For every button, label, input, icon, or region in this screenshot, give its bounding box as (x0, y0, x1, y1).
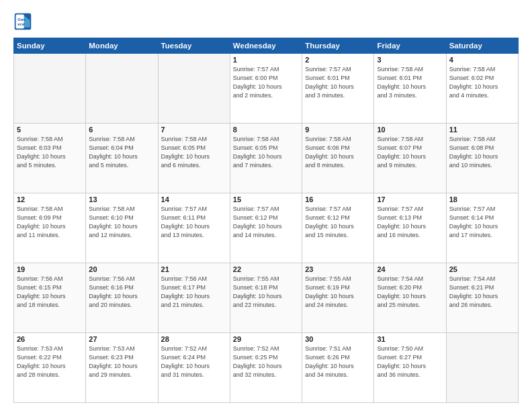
week-row-3: 12Sunrise: 7:58 AM Sunset: 6:09 PM Dayli… (14, 193, 519, 263)
day-cell: 27Sunrise: 7:53 AM Sunset: 6:23 PM Dayli… (86, 333, 158, 403)
day-number: 4 (449, 56, 515, 64)
week-row-4: 19Sunrise: 7:56 AM Sunset: 6:15 PM Dayli… (14, 263, 519, 333)
day-number: 21 (161, 265, 227, 273)
day-info: Sunrise: 7:53 AM Sunset: 6:22 PM Dayligh… (17, 345, 83, 379)
svg-text:eral: eral (17, 21, 25, 26)
weekday-tuesday: Tuesday (158, 38, 230, 54)
day-cell: 30Sunrise: 7:51 AM Sunset: 6:26 PM Dayli… (302, 333, 374, 403)
logo-icon: Gen eral (13, 12, 32, 31)
day-number: 24 (377, 265, 443, 273)
header: Gen eral (13, 12, 519, 31)
day-number: 1 (233, 56, 299, 64)
day-info: Sunrise: 7:57 AM Sunset: 6:12 PM Dayligh… (305, 205, 371, 240)
day-cell: 4Sunrise: 7:58 AM Sunset: 6:02 PM Daylig… (446, 54, 518, 124)
week-row-1: 1Sunrise: 7:57 AM Sunset: 6:00 PM Daylig… (14, 54, 519, 124)
day-info: Sunrise: 7:53 AM Sunset: 6:23 PM Dayligh… (89, 345, 154, 379)
day-cell: 18Sunrise: 7:57 AM Sunset: 6:14 PM Dayli… (446, 193, 518, 263)
day-number: 20 (89, 265, 154, 273)
day-cell: 13Sunrise: 7:58 AM Sunset: 6:10 PM Dayli… (86, 193, 158, 263)
day-cell: 28Sunrise: 7:52 AM Sunset: 6:24 PM Dayli… (158, 333, 230, 403)
day-cell: 20Sunrise: 7:56 AM Sunset: 6:16 PM Dayli… (86, 263, 158, 333)
day-info: Sunrise: 7:58 AM Sunset: 6:04 PM Dayligh… (89, 135, 154, 170)
day-number: 13 (89, 195, 154, 203)
weekday-monday: Monday (86, 38, 158, 54)
day-number: 27 (89, 335, 154, 343)
day-info: Sunrise: 7:50 AM Sunset: 6:27 PM Dayligh… (377, 345, 443, 379)
day-cell: 8Sunrise: 7:58 AM Sunset: 6:05 PM Daylig… (230, 124, 302, 193)
week-row-5: 26Sunrise: 7:53 AM Sunset: 6:22 PM Dayli… (14, 333, 519, 403)
day-info: Sunrise: 7:58 AM Sunset: 6:02 PM Dayligh… (449, 65, 515, 100)
day-cell: 16Sunrise: 7:57 AM Sunset: 6:12 PM Dayli… (302, 193, 374, 263)
day-info: Sunrise: 7:54 AM Sunset: 6:20 PM Dayligh… (377, 275, 443, 310)
day-info: Sunrise: 7:58 AM Sunset: 6:07 PM Dayligh… (377, 135, 443, 170)
day-cell: 25Sunrise: 7:54 AM Sunset: 6:21 PM Dayli… (446, 263, 518, 333)
day-info: Sunrise: 7:56 AM Sunset: 6:17 PM Dayligh… (161, 275, 227, 310)
day-cell: 14Sunrise: 7:57 AM Sunset: 6:11 PM Dayli… (158, 193, 230, 263)
day-cell: 6Sunrise: 7:58 AM Sunset: 6:04 PM Daylig… (86, 124, 158, 193)
page: Gen eral SundayMondayTuesdayWednesdayThu… (0, 0, 532, 411)
day-cell: 26Sunrise: 7:53 AM Sunset: 6:22 PM Dayli… (14, 333, 86, 403)
day-cell (14, 54, 86, 124)
day-info: Sunrise: 7:58 AM Sunset: 6:09 PM Dayligh… (17, 205, 83, 240)
day-cell: 21Sunrise: 7:56 AM Sunset: 6:17 PM Dayli… (158, 263, 230, 333)
day-info: Sunrise: 7:58 AM Sunset: 6:05 PM Dayligh… (233, 135, 299, 170)
day-number: 12 (17, 195, 83, 203)
day-cell: 29Sunrise: 7:52 AM Sunset: 6:25 PM Dayli… (230, 333, 302, 403)
day-info: Sunrise: 7:52 AM Sunset: 6:25 PM Dayligh… (233, 345, 299, 379)
day-cell: 5Sunrise: 7:58 AM Sunset: 6:03 PM Daylig… (14, 124, 86, 193)
weekday-sunday: Sunday (14, 38, 86, 54)
day-info: Sunrise: 7:57 AM Sunset: 6:12 PM Dayligh… (233, 205, 299, 240)
day-cell: 15Sunrise: 7:57 AM Sunset: 6:12 PM Dayli… (230, 193, 302, 263)
weekday-header-row: SundayMondayTuesdayWednesdayThursdayFrid… (14, 38, 519, 54)
day-cell: 10Sunrise: 7:58 AM Sunset: 6:07 PM Dayli… (374, 124, 446, 193)
day-cell (86, 54, 158, 124)
day-info: Sunrise: 7:58 AM Sunset: 6:10 PM Dayligh… (89, 205, 154, 240)
day-cell: 31Sunrise: 7:50 AM Sunset: 6:27 PM Dayli… (374, 333, 446, 403)
day-number: 18 (449, 195, 515, 203)
week-row-2: 5Sunrise: 7:58 AM Sunset: 6:03 PM Daylig… (14, 124, 519, 193)
day-info: Sunrise: 7:56 AM Sunset: 6:16 PM Dayligh… (89, 275, 154, 310)
day-number: 7 (161, 126, 227, 134)
day-cell: 1Sunrise: 7:57 AM Sunset: 6:00 PM Daylig… (230, 54, 302, 124)
day-number: 26 (17, 335, 83, 343)
day-info: Sunrise: 7:58 AM Sunset: 6:03 PM Dayligh… (17, 135, 83, 170)
day-number: 25 (449, 265, 515, 273)
day-number: 29 (233, 335, 299, 343)
day-info: Sunrise: 7:51 AM Sunset: 6:26 PM Dayligh… (305, 345, 371, 379)
weekday-friday: Friday (374, 38, 446, 54)
day-cell: 2Sunrise: 7:57 AM Sunset: 6:01 PM Daylig… (302, 54, 374, 124)
day-number: 17 (377, 195, 443, 203)
day-cell: 11Sunrise: 7:58 AM Sunset: 6:08 PM Dayli… (446, 124, 518, 193)
day-info: Sunrise: 7:58 AM Sunset: 6:01 PM Dayligh… (377, 65, 443, 100)
day-number: 5 (17, 126, 83, 134)
day-number: 30 (305, 335, 371, 343)
day-number: 14 (161, 195, 227, 203)
day-number: 6 (89, 126, 154, 134)
weekday-wednesday: Wednesday (230, 38, 302, 54)
day-number: 2 (305, 56, 371, 64)
day-number: 11 (449, 126, 515, 134)
day-info: Sunrise: 7:57 AM Sunset: 6:01 PM Dayligh… (305, 65, 371, 100)
day-cell: 3Sunrise: 7:58 AM Sunset: 6:01 PM Daylig… (374, 54, 446, 124)
day-number: 28 (161, 335, 227, 343)
day-cell: 7Sunrise: 7:58 AM Sunset: 6:05 PM Daylig… (158, 124, 230, 193)
day-cell: 17Sunrise: 7:57 AM Sunset: 6:13 PM Dayli… (374, 193, 446, 263)
day-number: 3 (377, 56, 443, 64)
day-cell: 19Sunrise: 7:56 AM Sunset: 6:15 PM Dayli… (14, 263, 86, 333)
day-info: Sunrise: 7:58 AM Sunset: 6:08 PM Dayligh… (449, 135, 515, 170)
day-cell (158, 54, 230, 124)
day-cell (446, 333, 518, 403)
weekday-saturday: Saturday (446, 38, 518, 54)
day-info: Sunrise: 7:52 AM Sunset: 6:24 PM Dayligh… (161, 345, 227, 379)
day-info: Sunrise: 7:55 AM Sunset: 6:18 PM Dayligh… (233, 275, 299, 310)
day-cell: 23Sunrise: 7:55 AM Sunset: 6:19 PM Dayli… (302, 263, 374, 333)
day-number: 16 (305, 195, 371, 203)
day-cell: 12Sunrise: 7:58 AM Sunset: 6:09 PM Dayli… (14, 193, 86, 263)
day-info: Sunrise: 7:54 AM Sunset: 6:21 PM Dayligh… (449, 275, 515, 310)
day-info: Sunrise: 7:57 AM Sunset: 6:14 PM Dayligh… (449, 205, 515, 240)
day-info: Sunrise: 7:58 AM Sunset: 6:05 PM Dayligh… (161, 135, 227, 170)
day-number: 9 (305, 126, 371, 134)
weekday-thursday: Thursday (302, 38, 374, 54)
day-number: 15 (233, 195, 299, 203)
day-info: Sunrise: 7:57 AM Sunset: 6:13 PM Dayligh… (377, 205, 443, 240)
